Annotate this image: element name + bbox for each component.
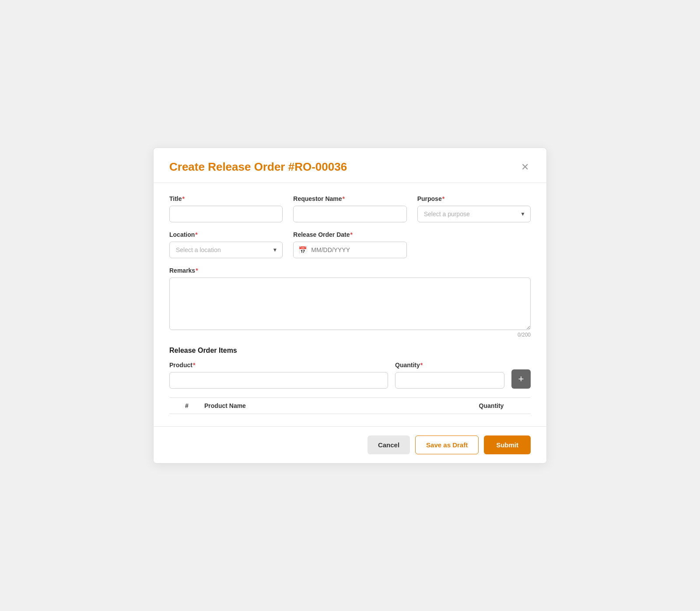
location-select-wrapper: Select a location Warehouse A Warehouse … xyxy=(169,242,283,258)
quantity-label: Quantity* xyxy=(395,362,504,369)
close-icon: ✕ xyxy=(521,162,529,172)
purpose-select[interactable]: Select a purpose Internal Use External U… xyxy=(417,206,531,222)
date-input[interactable] xyxy=(293,242,406,258)
save-draft-button[interactable]: Save as Draft xyxy=(415,435,479,454)
requestor-input[interactable] xyxy=(293,206,406,222)
table-col-hash: # xyxy=(169,402,204,409)
modal-container: Create Release Order #RO-00036 ✕ Title* … xyxy=(153,147,547,464)
items-row: Product* Quantity* 1 + xyxy=(169,362,531,389)
product-input[interactable] xyxy=(169,372,388,389)
form-group-product: Product* xyxy=(169,362,388,389)
remarks-label: Remarks* xyxy=(169,267,531,274)
modal-overlay: Create Release Order #RO-00036 ✕ Title* … xyxy=(153,147,547,464)
form-group-quantity: Quantity* 1 xyxy=(395,362,504,389)
remarks-required: * xyxy=(196,267,198,274)
modal-order-number: RO-00036 xyxy=(294,160,347,173)
remarks-textarea[interactable] xyxy=(169,277,531,330)
form-row-remarks: Remarks* 0/200 xyxy=(169,267,531,338)
submit-button[interactable]: Submit xyxy=(484,435,531,454)
quantity-input[interactable]: 1 xyxy=(395,372,504,389)
quantity-required: * xyxy=(420,362,423,369)
table-col-product: Product Name xyxy=(204,402,452,409)
form-group-purpose: Purpose* Select a purpose Internal Use E… xyxy=(417,195,531,222)
table-col-quantity: Quantity xyxy=(452,402,531,409)
purpose-label: Purpose* xyxy=(417,195,531,202)
form-row-2: Location* Select a location Warehouse A … xyxy=(169,231,531,258)
modal-header: Create Release Order #RO-00036 ✕ xyxy=(154,148,546,183)
remarks-char-count: 0/200 xyxy=(169,332,531,338)
date-wrapper: 📅 xyxy=(293,242,406,258)
title-label: Title* xyxy=(169,195,283,202)
form-row-1: Title* Requestor Name* Purpose* xyxy=(169,195,531,222)
title-required: * xyxy=(182,195,185,202)
form-group-title: Title* xyxy=(169,195,283,222)
plus-icon: + xyxy=(518,373,524,385)
date-label: Release Order Date* xyxy=(293,231,406,238)
add-item-button[interactable]: + xyxy=(511,369,531,389)
purpose-required: * xyxy=(442,195,444,202)
cancel-button[interactable]: Cancel xyxy=(368,435,410,454)
items-table-header: # Product Name Quantity xyxy=(169,397,531,414)
section-title-items: Release Order Items xyxy=(169,347,531,355)
purpose-select-wrapper: Select a purpose Internal Use External U… xyxy=(417,206,531,222)
form-group-remarks: Remarks* 0/200 xyxy=(169,267,531,338)
product-label: Product* xyxy=(169,362,388,369)
requestor-label: Requestor Name* xyxy=(293,195,406,202)
modal-title: Create Release Order #RO-00036 xyxy=(169,160,347,174)
title-input[interactable] xyxy=(169,206,283,222)
modal-footer: Cancel Save as Draft Submit xyxy=(154,426,546,463)
form-group-requestor: Requestor Name* xyxy=(293,195,406,222)
location-label: Location* xyxy=(169,231,283,238)
date-required: * xyxy=(350,231,353,238)
modal-body: Title* Requestor Name* Purpose* xyxy=(154,183,546,426)
modal-title-prefix: Create Release Order # xyxy=(169,160,294,173)
form-group-date: Release Order Date* 📅 xyxy=(293,231,406,258)
location-required: * xyxy=(195,231,197,238)
requestor-required: * xyxy=(343,195,345,202)
close-button[interactable]: ✕ xyxy=(519,161,531,174)
product-required: * xyxy=(193,362,195,369)
location-select[interactable]: Select a location Warehouse A Warehouse … xyxy=(169,242,283,258)
form-group-location: Location* Select a location Warehouse A … xyxy=(169,231,283,258)
